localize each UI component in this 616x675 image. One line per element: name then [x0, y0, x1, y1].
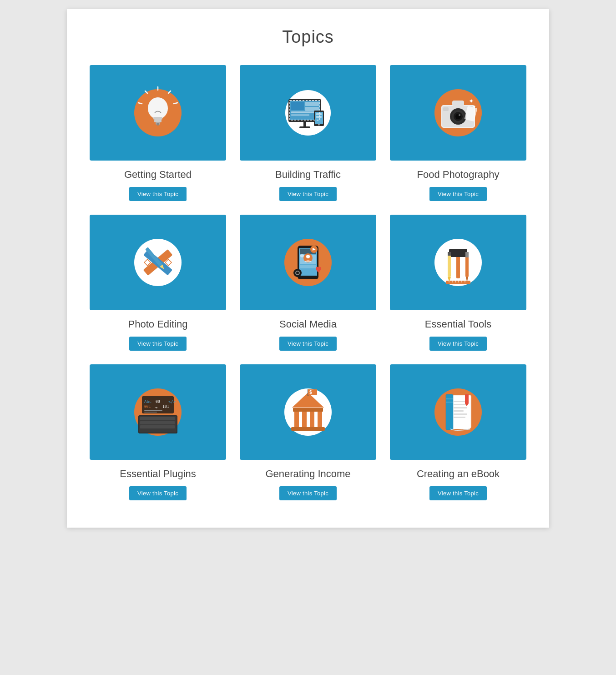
- svg-rect-3: [154, 120, 162, 122]
- topic-image-creating-ebook: [390, 364, 526, 460]
- topic-title-generating-income: Generating Income: [265, 468, 350, 480]
- svg-rect-84: [140, 417, 175, 420]
- view-button-essential-tools[interactable]: View this Topic: [429, 337, 487, 351]
- svg-rect-120: [465, 394, 469, 403]
- view-button-food-photography[interactable]: View this Topic: [429, 187, 487, 201]
- topic-card-generating-income: $ Generating Income View this Topic: [240, 364, 376, 500]
- svg-rect-70: [448, 252, 451, 256]
- svg-point-57: [300, 254, 304, 257]
- svg-text:Abc: Abc: [144, 399, 151, 404]
- topic-card-essential-plugins: Abc 001 00 101 </> → Essential Plugins V…: [90, 364, 226, 500]
- svg-rect-35: [452, 101, 464, 106]
- svg-rect-100: [318, 410, 322, 429]
- svg-text:001: 001: [144, 405, 151, 409]
- svg-rect-36: [443, 107, 449, 111]
- svg-rect-113: [454, 404, 467, 405]
- svg-rect-16: [291, 102, 304, 110]
- svg-text:→: →: [155, 405, 157, 410]
- topic-card-essential-tools: Essential Tools View this Topic: [390, 215, 526, 351]
- topic-title-photo-editing: Photo Editing: [128, 318, 188, 330]
- view-button-generating-income[interactable]: View this Topic: [279, 486, 337, 500]
- topic-card-getting-started: Getting Started View this Topic: [90, 65, 226, 201]
- topic-image-social-media: [240, 215, 376, 310]
- topic-card-creating-ebook: Creating an eBook View this Topic: [390, 364, 526, 500]
- svg-rect-102: [293, 408, 323, 412]
- topic-image-generating-income: $: [240, 364, 376, 460]
- svg-point-34: [459, 114, 460, 116]
- topic-card-social-media: Social Media View this Topic: [240, 215, 376, 351]
- view-button-getting-started[interactable]: View this Topic: [129, 187, 187, 201]
- svg-point-1: [148, 97, 168, 119]
- svg-rect-15: [299, 126, 310, 128]
- svg-rect-85: [140, 421, 175, 424]
- svg-point-10: [157, 123, 159, 126]
- svg-rect-56: [300, 265, 316, 268]
- topic-image-building-traffic: [240, 65, 376, 161]
- svg-rect-74: [446, 281, 470, 284]
- svg-rect-99: [310, 410, 314, 429]
- svg-rect-97: [294, 410, 299, 429]
- topic-card-photo-editing: Photo Editing View this Topic: [90, 215, 226, 351]
- svg-rect-2: [153, 117, 162, 120]
- svg-rect-67: [449, 249, 467, 257]
- svg-rect-14: [303, 122, 306, 126]
- svg-rect-18: [291, 114, 309, 116]
- page-title: Topics: [90, 27, 526, 47]
- svg-rect-114: [454, 407, 467, 408]
- topics-grid: Getting Started View this Topic: [90, 65, 526, 500]
- topic-image-photo-editing: [90, 215, 226, 310]
- topic-title-essential-plugins: Essential Plugins: [120, 468, 196, 480]
- svg-rect-94: [144, 412, 157, 413]
- svg-text:</>: </>: [168, 399, 176, 404]
- topic-title-social-media: Social Media: [279, 318, 337, 330]
- svg-rect-23: [316, 113, 322, 115]
- svg-rect-72: [465, 252, 469, 257]
- svg-rect-68: [448, 252, 451, 277]
- svg-rect-66: [456, 253, 460, 278]
- svg-text:✦: ✦: [469, 97, 474, 105]
- svg-point-59: [306, 255, 310, 258]
- topic-image-essential-plugins: Abc 001 00 101 </> →: [90, 364, 226, 460]
- svg-text:$: $: [309, 390, 312, 395]
- svg-text:101: 101: [162, 405, 169, 409]
- topic-image-getting-started: [90, 65, 226, 161]
- topic-title-essential-tools: Essential Tools: [425, 318, 491, 330]
- topic-title-getting-started: Getting Started: [124, 169, 192, 181]
- svg-rect-98: [302, 410, 307, 429]
- svg-point-64: [296, 272, 299, 274]
- topic-image-food-photography: ✦ ✦: [390, 65, 526, 161]
- view-button-social-media[interactable]: View this Topic: [279, 337, 337, 351]
- svg-rect-93: [144, 410, 162, 411]
- svg-text:00: 00: [156, 400, 160, 404]
- view-button-creating-ebook[interactable]: View this Topic: [429, 486, 487, 500]
- svg-rect-115: [454, 410, 464, 412]
- svg-rect-101: [291, 427, 325, 431]
- svg-point-25: [318, 124, 320, 126]
- view-button-photo-editing[interactable]: View this Topic: [129, 337, 187, 351]
- topic-title-food-photography: Food Photography: [417, 169, 499, 181]
- svg-rect-110: [446, 394, 453, 430]
- svg-rect-24: [316, 116, 322, 118]
- svg-rect-20: [305, 107, 319, 111]
- topic-card-food-photography: ✦ ✦ Food Photography View this Topic: [390, 65, 526, 201]
- topic-image-essential-tools: [390, 215, 526, 310]
- svg-rect-19: [305, 102, 319, 106]
- view-button-essential-plugins[interactable]: View this Topic: [129, 486, 187, 500]
- topic-card-building-traffic: Building Traffic View this Topic: [240, 65, 376, 201]
- svg-rect-116: [454, 413, 467, 415]
- svg-rect-86: [140, 425, 175, 428]
- page-container: Topics: [67, 9, 549, 528]
- topic-title-creating-ebook: Creating an eBook: [417, 468, 500, 480]
- topic-title-building-traffic: Building Traffic: [275, 169, 341, 181]
- svg-rect-117: [454, 417, 465, 418]
- view-button-building-traffic[interactable]: View this Topic: [279, 187, 337, 201]
